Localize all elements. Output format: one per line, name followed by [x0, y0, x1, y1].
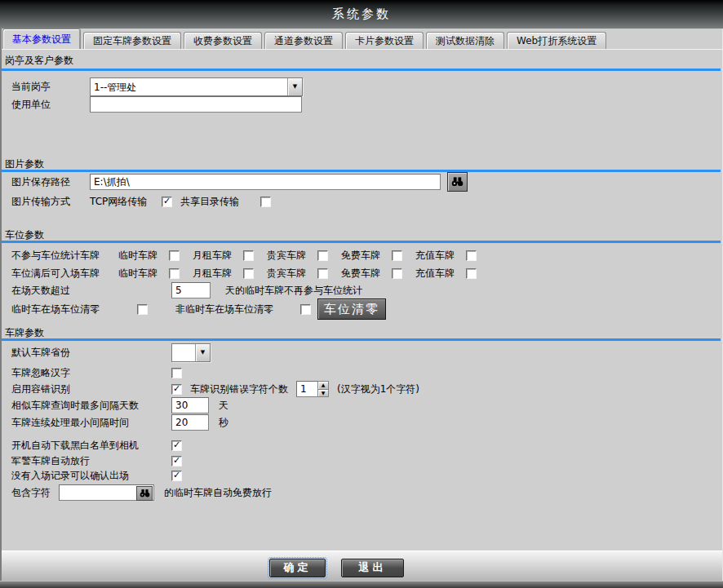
overstay-days-label: 在场天数超过 [11, 284, 171, 298]
stat-temp-checkbox[interactable]: ✓ [169, 250, 180, 261]
tab-test-data-clear[interactable]: 测试数据清除 [426, 32, 504, 49]
section-divider [2, 69, 721, 71]
tab-basic-params[interactable]: 基本参数设置 [2, 29, 81, 49]
no-record-exit-label: 没有入场记录可以确认出场 [11, 469, 171, 483]
stat-vip-checkbox[interactable]: ✓ [317, 250, 328, 261]
tab-web-discount[interactable]: Web打折系统设置 [507, 32, 606, 49]
save-path-input[interactable] [90, 174, 441, 190]
error-char-count-input[interactable] [296, 381, 317, 397]
current-booth-value: 1--管理处 [91, 78, 287, 95]
plate-type-label: 临时车牌 [118, 249, 169, 263]
tcp-transfer-checkbox[interactable]: ✓ [162, 197, 172, 207]
tcp-transfer-label: TCP网络传输 [90, 195, 162, 209]
ignore-hanzi-label: 车牌忽略汉字 [11, 366, 171, 380]
stat-stored-value-checkbox[interactable]: ✓ [466, 250, 477, 261]
unit-input[interactable] [90, 96, 302, 113]
binoculars-icon [451, 177, 464, 187]
chevron-down-icon[interactable]: ▼ [287, 78, 302, 95]
tab-channel-params[interactable]: 通道参数设置 [264, 32, 343, 49]
auto-download-checkbox[interactable]: ✓ [171, 440, 182, 451]
current-booth-label: 当前岗亭 [11, 80, 90, 94]
error-char-note-label: (汉字视为1个字符) [337, 382, 419, 396]
temp-clear-label: 临时车在场车位清零 [11, 303, 137, 316]
check-icon: ✓ [173, 471, 180, 480]
clear-spaces-button[interactable]: 车位清零 [317, 298, 386, 320]
tab-page-border [0, 49, 723, 50]
full-stored-value-checkbox[interactable]: ✓ [466, 268, 477, 279]
fault-tolerance-label: 启用容错识别 [11, 382, 171, 396]
process-interval-input[interactable] [171, 414, 209, 431]
default-province-value [172, 344, 195, 361]
no-record-exit-checkbox[interactable]: ✓ [171, 471, 182, 481]
window-title: 系统参数 [0, 0, 723, 29]
plate-type-label: 月租车牌 [193, 267, 243, 281]
contains-chars-label: 包含字符 [11, 486, 59, 500]
contains-suffix-label: 的临时车牌自动免费放行 [164, 486, 272, 500]
exit-button[interactable]: 退出 [341, 559, 404, 577]
window-bottom-strip [0, 581, 723, 588]
binoculars-icon [140, 489, 150, 497]
section-divider [2, 338, 721, 341]
check-icon: ✓ [173, 384, 180, 393]
section-divider [2, 170, 721, 172]
tab-card-params[interactable]: 卡片参数设置 [345, 32, 424, 49]
footer-bar: 确定 退出 [0, 550, 723, 581]
default-province-label: 默认车牌省份 [11, 346, 171, 360]
chevron-down-icon[interactable]: ▼ [195, 344, 210, 361]
tab-strip: 基本参数设置 固定车牌参数设置 收费参数设置 通道参数设置 卡片参数设置 测试数… [2, 29, 721, 49]
temp-clear-checkbox[interactable]: ✓ [137, 304, 148, 315]
nontemp-clear-checkbox[interactable]: ✓ [300, 304, 311, 315]
similar-query-label: 相似车牌查询时最多间隔天数 [11, 399, 171, 413]
ok-button[interactable]: 确定 [269, 559, 326, 577]
section-title-picture: 图片参数 [5, 157, 44, 170]
allow-when-full-label: 车位满后可入场车牌 [11, 267, 118, 281]
tab-charge-params[interactable]: 收费参数设置 [184, 32, 262, 49]
title-bar: 系统参数 [0, 0, 723, 29]
unit-label: 使用单位 [11, 98, 90, 112]
contains-browse-button[interactable] [136, 486, 153, 501]
window-left-edge [0, 29, 2, 581]
default-province-select[interactable]: ▼ [171, 343, 211, 362]
section-divider [2, 241, 721, 243]
full-temp-checkbox[interactable]: ✓ [169, 268, 180, 279]
stepper-up-icon[interactable]: ▲ [317, 381, 329, 390]
ignore-hanzi-checkbox[interactable]: ✓ [171, 368, 182, 378]
section-title-plate: 车牌参数 [5, 326, 44, 338]
full-vip-checkbox[interactable]: ✓ [317, 268, 328, 279]
military-pass-checkbox[interactable]: ✓ [171, 456, 182, 466]
military-pass-label: 军警车牌自动放行 [11, 454, 171, 468]
exclude-stat-label: 不参与车位统计车牌 [11, 249, 118, 263]
save-path-label: 图片保存路径 [11, 175, 90, 189]
section-title-booth: 岗亭及客户参数 [5, 54, 73, 66]
check-icon: ✓ [163, 197, 171, 206]
plate-type-label: 免费车牌 [341, 249, 392, 263]
share-transfer-checkbox[interactable]: ✓ [260, 197, 271, 207]
check-icon: ✓ [173, 456, 180, 465]
error-char-count-stepper[interactable]: ▲ ▼ [296, 381, 329, 397]
fault-tolerance-checkbox[interactable]: ✓ [171, 384, 182, 395]
overstay-suffix-label: 天的临时车牌不再参与车位统计 [225, 284, 362, 298]
auto-download-label: 开机自动下载黑白名单到相机 [11, 439, 171, 453]
process-interval-label: 车牌连续处理最小间隔时间 [11, 416, 171, 430]
plate-type-label: 充值车牌 [415, 249, 466, 263]
nontemp-clear-label: 非临时车在场车位清零 [175, 303, 300, 316]
full-monthly-checkbox[interactable]: ✓ [243, 268, 254, 279]
tab-fixed-plate-params[interactable]: 固定车牌参数设置 [83, 32, 181, 49]
plate-type-label: 月租车牌 [193, 249, 243, 263]
similar-query-unit-label: 天 [219, 399, 228, 413]
browse-path-button[interactable] [447, 172, 468, 192]
full-free-checkbox[interactable]: ✓ [392, 268, 402, 279]
transfer-mode-label: 图片传输方式 [11, 195, 90, 209]
error-char-count-label: 车牌识别错误字符个数 [190, 382, 290, 396]
plate-type-label: 临时车牌 [118, 267, 169, 281]
current-booth-select[interactable]: 1--管理处 ▼ [90, 77, 303, 96]
stat-monthly-checkbox[interactable]: ✓ [243, 250, 254, 261]
process-interval-unit-label: 秒 [219, 416, 228, 430]
check-icon: ✓ [173, 440, 180, 449]
plate-type-label: 贵宾车牌 [267, 249, 317, 263]
stat-free-checkbox[interactable]: ✓ [392, 250, 402, 261]
plate-type-label: 贵宾车牌 [267, 267, 317, 281]
overstay-days-input[interactable] [171, 282, 211, 298]
share-transfer-label: 共享目录传输 [180, 195, 251, 209]
similar-query-input[interactable] [171, 397, 209, 413]
